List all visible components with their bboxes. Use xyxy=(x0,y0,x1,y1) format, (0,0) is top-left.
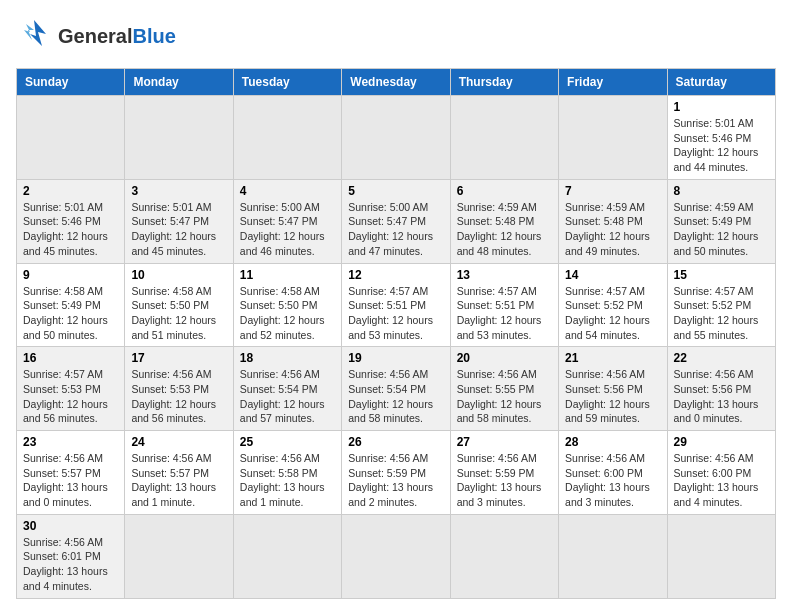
calendar-cell: 1Sunrise: 5:01 AM Sunset: 5:46 PM Daylig… xyxy=(667,96,775,180)
day-info: Sunrise: 4:59 AM Sunset: 5:48 PM Dayligh… xyxy=(565,200,660,259)
calendar-week-3: 9Sunrise: 4:58 AM Sunset: 5:49 PM Daylig… xyxy=(17,263,776,347)
calendar-cell xyxy=(233,514,341,598)
day-info: Sunrise: 4:58 AM Sunset: 5:50 PM Dayligh… xyxy=(240,284,335,343)
day-number: 21 xyxy=(565,351,660,365)
day-number: 17 xyxy=(131,351,226,365)
calendar-cell: 22Sunrise: 4:56 AM Sunset: 5:56 PM Dayli… xyxy=(667,347,775,431)
day-number: 4 xyxy=(240,184,335,198)
day-info: Sunrise: 4:56 AM Sunset: 6:01 PM Dayligh… xyxy=(23,535,118,594)
calendar-cell xyxy=(559,514,667,598)
calendar-cell: 19Sunrise: 4:56 AM Sunset: 5:54 PM Dayli… xyxy=(342,347,450,431)
weekday-header-saturday: Saturday xyxy=(667,69,775,96)
calendar-cell: 29Sunrise: 4:56 AM Sunset: 6:00 PM Dayli… xyxy=(667,431,775,515)
logo-bird-icon xyxy=(16,16,52,56)
day-number: 13 xyxy=(457,268,552,282)
day-number: 9 xyxy=(23,268,118,282)
day-info: Sunrise: 5:00 AM Sunset: 5:47 PM Dayligh… xyxy=(348,200,443,259)
day-info: Sunrise: 4:56 AM Sunset: 5:54 PM Dayligh… xyxy=(240,367,335,426)
weekday-header-thursday: Thursday xyxy=(450,69,558,96)
day-info: Sunrise: 5:01 AM Sunset: 5:46 PM Dayligh… xyxy=(23,200,118,259)
calendar-week-1: 1Sunrise: 5:01 AM Sunset: 5:46 PM Daylig… xyxy=(17,96,776,180)
calendar-cell: 25Sunrise: 4:56 AM Sunset: 5:58 PM Dayli… xyxy=(233,431,341,515)
calendar-cell: 6Sunrise: 4:59 AM Sunset: 5:48 PM Daylig… xyxy=(450,179,558,263)
day-info: Sunrise: 5:00 AM Sunset: 5:47 PM Dayligh… xyxy=(240,200,335,259)
day-number: 18 xyxy=(240,351,335,365)
day-info: Sunrise: 4:57 AM Sunset: 5:53 PM Dayligh… xyxy=(23,367,118,426)
calendar-cell xyxy=(342,514,450,598)
calendar-cell: 12Sunrise: 4:57 AM Sunset: 5:51 PM Dayli… xyxy=(342,263,450,347)
calendar-cell: 30Sunrise: 4:56 AM Sunset: 6:01 PM Dayli… xyxy=(17,514,125,598)
day-number: 8 xyxy=(674,184,769,198)
calendar-cell: 16Sunrise: 4:57 AM Sunset: 5:53 PM Dayli… xyxy=(17,347,125,431)
day-info: Sunrise: 5:01 AM Sunset: 5:47 PM Dayligh… xyxy=(131,200,226,259)
calendar-cell: 18Sunrise: 4:56 AM Sunset: 5:54 PM Dayli… xyxy=(233,347,341,431)
calendar-cell: 13Sunrise: 4:57 AM Sunset: 5:51 PM Dayli… xyxy=(450,263,558,347)
calendar-cell: 4Sunrise: 5:00 AM Sunset: 5:47 PM Daylig… xyxy=(233,179,341,263)
calendar-cell xyxy=(450,96,558,180)
calendar-week-2: 2Sunrise: 5:01 AM Sunset: 5:46 PM Daylig… xyxy=(17,179,776,263)
day-info: Sunrise: 4:59 AM Sunset: 5:49 PM Dayligh… xyxy=(674,200,769,259)
day-number: 6 xyxy=(457,184,552,198)
day-info: Sunrise: 4:56 AM Sunset: 5:54 PM Dayligh… xyxy=(348,367,443,426)
day-number: 10 xyxy=(131,268,226,282)
page-header: GeneralBlue xyxy=(16,16,776,56)
calendar-cell: 24Sunrise: 4:56 AM Sunset: 5:57 PM Dayli… xyxy=(125,431,233,515)
day-number: 25 xyxy=(240,435,335,449)
day-number: 20 xyxy=(457,351,552,365)
calendar-cell: 5Sunrise: 5:00 AM Sunset: 5:47 PM Daylig… xyxy=(342,179,450,263)
weekday-header-row: SundayMondayTuesdayWednesdayThursdayFrid… xyxy=(17,69,776,96)
day-info: Sunrise: 4:56 AM Sunset: 5:58 PM Dayligh… xyxy=(240,451,335,510)
calendar-cell: 27Sunrise: 4:56 AM Sunset: 5:59 PM Dayli… xyxy=(450,431,558,515)
day-info: Sunrise: 4:57 AM Sunset: 5:52 PM Dayligh… xyxy=(674,284,769,343)
day-number: 30 xyxy=(23,519,118,533)
day-info: Sunrise: 4:56 AM Sunset: 5:57 PM Dayligh… xyxy=(23,451,118,510)
day-number: 5 xyxy=(348,184,443,198)
weekday-header-tuesday: Tuesday xyxy=(233,69,341,96)
calendar-cell: 17Sunrise: 4:56 AM Sunset: 5:53 PM Dayli… xyxy=(125,347,233,431)
day-number: 1 xyxy=(674,100,769,114)
day-number: 3 xyxy=(131,184,226,198)
calendar-cell: 7Sunrise: 4:59 AM Sunset: 5:48 PM Daylig… xyxy=(559,179,667,263)
day-number: 16 xyxy=(23,351,118,365)
day-info: Sunrise: 4:56 AM Sunset: 5:56 PM Dayligh… xyxy=(674,367,769,426)
day-number: 26 xyxy=(348,435,443,449)
day-info: Sunrise: 4:58 AM Sunset: 5:50 PM Dayligh… xyxy=(131,284,226,343)
day-info: Sunrise: 4:57 AM Sunset: 5:51 PM Dayligh… xyxy=(457,284,552,343)
day-number: 12 xyxy=(348,268,443,282)
svg-marker-1 xyxy=(24,24,34,40)
calendar-cell: 23Sunrise: 4:56 AM Sunset: 5:57 PM Dayli… xyxy=(17,431,125,515)
calendar-cell xyxy=(559,96,667,180)
day-info: Sunrise: 4:56 AM Sunset: 5:53 PM Dayligh… xyxy=(131,367,226,426)
calendar-cell: 15Sunrise: 4:57 AM Sunset: 5:52 PM Dayli… xyxy=(667,263,775,347)
day-info: Sunrise: 4:56 AM Sunset: 6:00 PM Dayligh… xyxy=(565,451,660,510)
calendar-cell xyxy=(233,96,341,180)
day-info: Sunrise: 4:59 AM Sunset: 5:48 PM Dayligh… xyxy=(457,200,552,259)
day-info: Sunrise: 4:56 AM Sunset: 5:59 PM Dayligh… xyxy=(457,451,552,510)
calendar-cell: 10Sunrise: 4:58 AM Sunset: 5:50 PM Dayli… xyxy=(125,263,233,347)
calendar-cell: 28Sunrise: 4:56 AM Sunset: 6:00 PM Dayli… xyxy=(559,431,667,515)
calendar-cell: 9Sunrise: 4:58 AM Sunset: 5:49 PM Daylig… xyxy=(17,263,125,347)
day-info: Sunrise: 4:56 AM Sunset: 5:56 PM Dayligh… xyxy=(565,367,660,426)
calendar-cell: 3Sunrise: 5:01 AM Sunset: 5:47 PM Daylig… xyxy=(125,179,233,263)
day-number: 22 xyxy=(674,351,769,365)
weekday-header-sunday: Sunday xyxy=(17,69,125,96)
weekday-header-monday: Monday xyxy=(125,69,233,96)
calendar-cell: 21Sunrise: 4:56 AM Sunset: 5:56 PM Dayli… xyxy=(559,347,667,431)
calendar-table: SundayMondayTuesdayWednesdayThursdayFrid… xyxy=(16,68,776,599)
calendar-cell xyxy=(125,514,233,598)
day-info: Sunrise: 4:56 AM Sunset: 6:00 PM Dayligh… xyxy=(674,451,769,510)
day-number: 15 xyxy=(674,268,769,282)
calendar-cell xyxy=(125,96,233,180)
calendar-cell: 20Sunrise: 4:56 AM Sunset: 5:55 PM Dayli… xyxy=(450,347,558,431)
day-info: Sunrise: 4:56 AM Sunset: 5:59 PM Dayligh… xyxy=(348,451,443,510)
day-number: 28 xyxy=(565,435,660,449)
day-info: Sunrise: 5:01 AM Sunset: 5:46 PM Dayligh… xyxy=(674,116,769,175)
calendar-week-5: 23Sunrise: 4:56 AM Sunset: 5:57 PM Dayli… xyxy=(17,431,776,515)
calendar-week-4: 16Sunrise: 4:57 AM Sunset: 5:53 PM Dayli… xyxy=(17,347,776,431)
weekday-header-friday: Friday xyxy=(559,69,667,96)
day-number: 11 xyxy=(240,268,335,282)
day-info: Sunrise: 4:58 AM Sunset: 5:49 PM Dayligh… xyxy=(23,284,118,343)
logo: GeneralBlue xyxy=(16,16,176,56)
day-info: Sunrise: 4:57 AM Sunset: 5:52 PM Dayligh… xyxy=(565,284,660,343)
calendar-cell xyxy=(17,96,125,180)
